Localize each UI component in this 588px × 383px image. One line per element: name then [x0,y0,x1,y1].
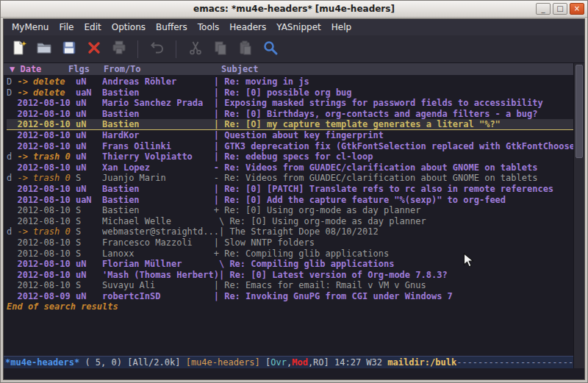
open-file-icon [35,39,53,60]
message-flags: uaN [76,195,102,206]
copy-button[interactable] [209,38,231,60]
title-bar[interactable]: emacs: *mu4e-headers* [mu4e-headers] _ □… [1,1,587,18]
message-date: 2012-08-10 [17,237,75,248]
message-flags: S [76,280,102,291]
message-row[interactable]: d -> trash 0 S webmaster@straightd... | … [7,226,573,237]
scrollbar-thumb[interactable] [576,65,583,158]
message-date: 2012-08-10 [17,270,75,281]
message-subject: | The Straight Dope 08/10/2012 [219,226,573,237]
message-from: Juanjo Marin [102,173,214,184]
message-row[interactable]: 2012-08-10 uN 'Mash (Thomas Herbert) | R… [7,270,573,281]
message-date: 2012-08-10 [17,141,75,152]
message-row[interactable]: 2012-08-10 S Lanoxx + Re: Compiling glib… [7,248,573,259]
modeline-segment: Mod [292,357,308,368]
message-row[interactable]: 2012-08-09 uN robertcInSD | Re: Invoking… [7,291,573,302]
message-from: Bastien [102,205,214,216]
search-button[interactable] [259,38,281,60]
message-row[interactable]: 2012-08-10 uN Mario Sanchez Prada | Expo… [7,98,573,109]
message-mark-char [7,237,17,248]
message-row[interactable]: 2012-08-10 uaN Bastien | Re: [0] Add the… [7,195,573,206]
message-mark-char [7,119,17,129]
cut-button[interactable] [184,38,206,60]
paste-button[interactable] [234,38,256,60]
message-row[interactable]: 2012-08-10 uN Xan Lopez - Re: Videos fro… [7,162,573,173]
column-header-date[interactable]: ▼ Date [10,64,68,74]
message-flags: S [76,205,102,216]
print-button[interactable] [108,38,129,60]
maximize-button[interactable]: □ [553,3,567,15]
message-row[interactable]: 2012-08-10 uN Florian Müllner \ Re: Comp… [7,259,573,270]
message-date: -> trash 0 [17,151,75,162]
paste-icon [237,39,254,60]
message-date: -> delete [17,87,75,99]
message-row[interactable]: 2012-08-10 uN Bastien | Re: [O] my captu… [7,119,573,130]
message-from: Mario Sanchez Prada [102,98,214,109]
menu-item-tools[interactable]: Tools [193,21,225,34]
message-date: 2012-08-09 [17,291,75,302]
column-header-from[interactable]: From/To [104,64,221,74]
window-controls: _ □ × [536,3,584,15]
message-mark-char [7,280,17,291]
message-flags: uN [76,119,102,129]
scrollbar[interactable] [573,63,584,368]
modeline-segment: Ovr [270,357,287,368]
close-buffer-button[interactable] [83,38,104,60]
message-row[interactable]: 2012-08-10 uN Bastien | Re: [0] Birthday… [7,109,573,120]
message-row[interactable]: 2012-08-10 uN Frans Oilinki | GTK3 depre… [7,141,573,152]
menu-item-help[interactable]: Help [326,21,356,34]
message-row[interactable]: D -> delete uaN Bastien | Re: [0] possib… [7,87,573,99]
toolbar-separator [137,40,138,58]
message-date: 2012-08-10 [17,259,75,270]
close-buffer-icon [85,39,103,60]
message-from: Lanoxx [102,248,214,259]
message-subject: \ Re: Compiling glib applications [214,259,573,270]
message-row[interactable]: d -> trash 0 S Juanjo Marin - Re: Videos… [7,173,573,184]
message-row[interactable]: 2012-08-10 uN HardKor | Question about k… [7,130,573,141]
menu-item-edit[interactable]: Edit [79,21,107,34]
message-row[interactable]: 2012-08-10 S Francesco Mazzoli | Slow NN… [7,237,573,248]
message-from: Bastien [102,184,214,195]
menu-item-headers[interactable]: Headers [224,21,271,34]
message-date: -> delete [17,76,75,87]
message-flags: uN [76,184,102,195]
close-button[interactable]: × [570,3,584,15]
message-subject: | Re: [0] [PATCH] Translate refs to rc a… [214,184,573,195]
message-row[interactable]: d -> trash 0 uN Thierry Volpiatto | Re: … [7,151,573,162]
message-row[interactable]: 2012-08-10 S Suvayu Ali | Re: Emacs for … [7,280,573,291]
message-subject: | Re: Emacs for email: Rmail v VM v Gnus [214,280,573,291]
minimize-button[interactable]: _ [536,3,551,15]
message-subject: | Re: [O] my capture template generates … [214,119,573,129]
undo-button[interactable] [146,38,168,60]
message-mark-char [7,109,17,120]
toolbar-separator [176,40,176,58]
save-button[interactable] [58,38,79,60]
message-row[interactable]: 2012-08-10 uN Bastien | Re: [0] [PATCH] … [7,184,573,195]
menu-item-file[interactable]: File [54,21,79,34]
message-subject: + Re: Compiling glib applications [214,248,573,259]
message-date: 2012-08-10 [17,98,75,109]
menu-item-mymenu[interactable]: MyMenu [7,21,54,34]
message-from: Bastien [102,119,214,129]
menu-item-buffers[interactable]: Buffers [151,21,193,34]
message-row[interactable]: 2012-08-10 S Michael Welle \ Re: [O] Usi… [7,216,573,227]
menu-item-yasnippet[interactable]: YASnippet [271,21,326,34]
message-from: Francesco Mazzoli [102,237,214,248]
message-row[interactable]: D -> delete uN Andreas Röhler | Re: movi… [7,76,573,87]
message-flags: uN [76,151,102,162]
headers-buffer[interactable]: D -> delete uN Andreas Röhler | Re: movi… [4,75,573,356]
message-mark-char [7,291,17,302]
header-line: ▼ Date Flgs From/To Subject [4,63,573,75]
column-header-subject[interactable]: Subject [221,64,259,74]
message-date: 2012-08-10 [17,248,75,259]
message-mark-char [7,195,17,206]
open-file-button[interactable] [33,38,54,60]
message-row[interactable]: 2012-08-10 S Bastien + Re: [0] Using org… [7,205,573,216]
new-file-button[interactable] [8,38,29,60]
menu-item-options[interactable]: Options [107,21,151,34]
message-from: HardKor [102,130,214,141]
message-mark-char: d [7,173,17,184]
message-subject: + Re: [0] Using org-mode as day planner [214,205,573,216]
message-subject: \ Re: [O] Using org-mode as day planner [214,216,573,227]
column-header-flags[interactable]: Flgs [68,64,104,74]
message-subject: | Re: moving in js [214,76,573,87]
